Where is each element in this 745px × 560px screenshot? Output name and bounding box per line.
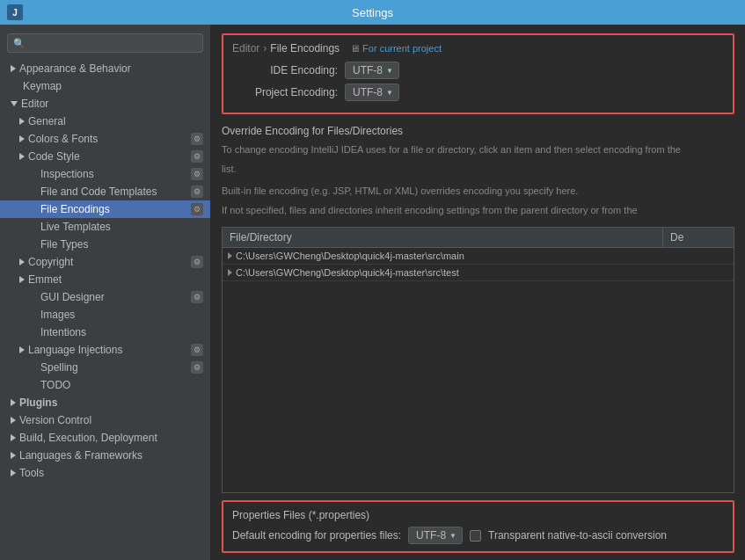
sidebar-item-emmet[interactable]: Emmet — [0, 271, 210, 288]
sidebar-item-appearance[interactable]: Appearance & Behavior — [0, 60, 210, 77]
sidebar-item-label: GUI Designer — [40, 291, 105, 303]
sidebar-item-label: Language Injections — [28, 344, 122, 356]
sidebar-item-label: Copyright — [28, 256, 73, 268]
app-icon: J — [7, 4, 23, 20]
table-column-file-directory: File/Directory — [223, 228, 663, 247]
sidebar-item-label: Languages & Frameworks — [19, 449, 142, 462]
table-header: File/Directory De — [223, 228, 734, 248]
sidebar-item-todo[interactable]: TODO — [0, 376, 210, 394]
settings-icon: ⚙ — [191, 291, 203, 303]
search-icon: 🔍 — [13, 38, 26, 49]
ide-encoding-row: IDE Encoding: UTF-8 ▼ — [232, 62, 724, 79]
triangle-right-icon — [11, 452, 16, 459]
sidebar-item-label: Code Style — [28, 150, 80, 163]
search-input[interactable] — [29, 37, 197, 49]
override-section-title: Override Encoding for Files/Directories — [211, 120, 745, 141]
ide-encoding-dropdown[interactable]: UTF-8 ▼ — [345, 62, 399, 79]
sidebar-item-colors-fonts[interactable]: Colors & Fonts⚙ — [0, 130, 210, 148]
chevron-down-icon: ▼ — [386, 67, 393, 75]
sidebar-item-version-control[interactable]: Version Control — [0, 411, 210, 429]
override-info-2: list. — [211, 160, 745, 179]
sidebar-item-label: Version Control — [19, 414, 91, 426]
sidebar-item-label: Intentions — [40, 326, 86, 338]
sidebar-item-images[interactable]: Images — [0, 306, 210, 324]
override-info-1: To change encoding IntelliJ IDEA uses fo… — [211, 141, 745, 160]
triangle-right-icon — [11, 434, 16, 441]
settings-icon: ⚙ — [191, 150, 203, 163]
chevron-down-icon: ▼ — [386, 89, 393, 97]
sidebar-item-code-style[interactable]: Code Style⚙ — [0, 148, 210, 165]
sidebar-item-label: File Types — [40, 238, 88, 251]
project-encoding-label: Project Encoding: — [232, 86, 338, 98]
sidebar-item-copyright[interactable]: Copyright⚙ — [0, 253, 210, 271]
sidebar-item-file-types[interactable]: File Types — [0, 236, 210, 253]
sidebar-item-keymap[interactable]: Keymap — [0, 77, 210, 95]
sidebar-item-inspections[interactable]: Inspections⚙ — [0, 165, 210, 183]
chevron-down-icon: ▼ — [449, 532, 456, 540]
sidebar-item-gui-designer[interactable]: GUI Designer⚙ — [0, 288, 210, 306]
content-area: Editor › File Encodings 🖥 For current pr… — [211, 25, 745, 560]
sidebar-item-label: Emmet — [28, 273, 62, 286]
sidebar-nav: Appearance & BehaviorKeymapEditorGeneral… — [0, 60, 210, 482]
sidebar-item-label: Appearance & Behavior — [19, 62, 131, 75]
table-row[interactable]: C:\Users\GWCheng\Desktop\quick4j-master\… — [223, 248, 734, 265]
sidebar-item-label: Editor — [21, 98, 48, 110]
triangle-down-icon — [11, 101, 18, 106]
properties-box-title: Properties Files (*.properties) — [232, 509, 724, 521]
transparent-conversion-checkbox[interactable] — [470, 530, 481, 542]
sidebar-item-spelling[interactable]: Spelling⚙ — [0, 359, 210, 376]
file-path: C:\Users\GWCheng\Desktop\quick4j-master\… — [236, 251, 464, 261]
project-encoding-row: Project Encoding: UTF-8 ▼ — [232, 84, 724, 101]
override-info-3: Built-in file encoding (e.g. JSP, HTML o… — [211, 182, 745, 201]
triangle-right-icon — [19, 258, 25, 265]
properties-box-row: Default encoding for properties files: U… — [232, 527, 724, 544]
table-row[interactable]: C:\Users\GWCheng\Desktop\quick4j-master\… — [223, 265, 734, 281]
sidebar-item-plugins[interactable]: Plugins — [0, 394, 210, 411]
window-title: Settings — [352, 6, 393, 19]
triangle-right-icon — [11, 399, 16, 406]
triangle-right-icon — [19, 276, 25, 283]
sidebar-item-file-encodings[interactable]: File Encodings⚙ — [0, 200, 210, 218]
sidebar-item-editor[interactable]: Editor — [0, 95, 210, 113]
project-encoding-dropdown[interactable]: UTF-8 ▼ — [345, 84, 399, 101]
sidebar-item-label: Inspections — [40, 168, 94, 180]
project-link[interactable]: For current project — [362, 43, 442, 54]
settings-icon: ⚙ — [191, 168, 203, 180]
breadcrumb-parent: Editor — [232, 42, 259, 55]
sidebar-item-label: General — [28, 115, 66, 127]
triangle-right-icon — [11, 417, 16, 424]
sidebar-item-file-code-templates[interactable]: File and Code Templates⚙ — [0, 183, 210, 200]
search-box[interactable]: 🔍 — [7, 33, 203, 53]
triangle-right-icon — [19, 346, 25, 353]
sidebar-item-language-injections[interactable]: Language Injections⚙ — [0, 341, 210, 359]
sidebar: 🔍 Appearance & BehaviorKeymapEditorGener… — [0, 25, 211, 560]
settings-icon: ⚙ — [191, 256, 203, 268]
sidebar-item-label: Plugins — [19, 396, 57, 409]
sidebar-item-general[interactable]: General — [0, 113, 210, 130]
title-bar: J Settings — [0, 0, 745, 25]
sidebar-item-label: File Encodings — [40, 203, 110, 215]
sidebar-item-label: Colors & Fonts — [28, 133, 98, 145]
sidebar-item-tools[interactable]: Tools — [0, 464, 210, 482]
sidebar-item-live-templates[interactable]: Live Templates — [0, 218, 210, 236]
triangle-right-icon — [19, 153, 25, 160]
ide-encoding-label: IDE Encoding: — [232, 64, 338, 76]
sidebar-item-label: Tools — [19, 467, 44, 479]
triangle-right-icon — [11, 469, 16, 476]
settings-icon: ⚙ — [191, 185, 203, 198]
settings-icon: ⚙ — [191, 203, 203, 215]
settings-icon: ⚙ — [191, 133, 203, 145]
settings-icon: ⚙ — [191, 361, 203, 374]
table-column-encoding: De — [663, 228, 734, 247]
sidebar-item-build-exec-deploy[interactable]: Build, Execution, Deployment — [0, 429, 210, 447]
transparent-conversion-label: Transparent native-to-ascii conversion — [488, 529, 667, 542]
sidebar-item-languages-frameworks[interactable]: Languages & Frameworks — [0, 447, 210, 464]
file-encodings-highlighted-box: Editor › File Encodings 🖥 For current pr… — [222, 33, 734, 114]
properties-encoding-dropdown[interactable]: UTF-8 ▼ — [408, 527, 463, 544]
breadcrumb: Editor › File Encodings 🖥 For current pr… — [232, 42, 724, 55]
file-path: C:\Users\GWCheng\Desktop\quick4j-master\… — [236, 267, 459, 278]
sidebar-item-intentions[interactable]: Intentions — [0, 324, 210, 341]
sidebar-item-label: Spelling — [40, 361, 78, 374]
sidebar-item-label: Live Templates — [40, 221, 111, 233]
expand-icon — [228, 269, 232, 276]
